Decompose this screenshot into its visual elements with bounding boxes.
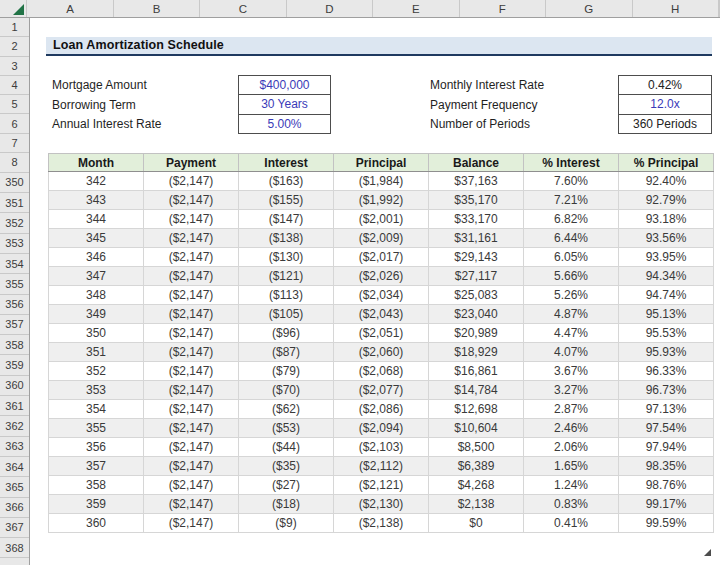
cell-balance[interactable]: $23,040: [429, 305, 524, 324]
cell-interest[interactable]: ($62): [239, 400, 334, 419]
cell-pct-interest[interactable]: 7.21%: [524, 191, 619, 210]
cell-pct-interest[interactable]: 2.46%: [524, 419, 619, 438]
cell-interest[interactable]: ($35): [239, 457, 334, 476]
input-value-cell[interactable]: 5.00%: [239, 114, 330, 133]
cell-month[interactable]: 347: [49, 267, 144, 286]
cell-principal[interactable]: ($2,051): [334, 324, 429, 343]
cell-month[interactable]: 359: [49, 495, 144, 514]
cell-principal[interactable]: ($2,130): [334, 495, 429, 514]
table-header-cell[interactable]: Payment: [144, 154, 239, 172]
cell-balance[interactable]: $29,143: [429, 248, 524, 267]
output-value-cell[interactable]: 0.42%: [619, 76, 711, 94]
cell-pct-interest[interactable]: 4.07%: [524, 343, 619, 362]
cell-pct-principal[interactable]: 96.73%: [619, 381, 714, 400]
cell-pct-principal[interactable]: 93.56%: [619, 229, 714, 248]
cell-pct-interest[interactable]: 7.60%: [524, 172, 619, 191]
cell-month[interactable]: 356: [49, 438, 144, 457]
cell-principal[interactable]: ($2,138): [334, 514, 429, 533]
row-header[interactable]: 364: [0, 457, 29, 477]
table-header-cell[interactable]: % Interest: [524, 154, 619, 172]
cell-payment[interactable]: ($2,147): [144, 362, 239, 381]
cell-interest[interactable]: ($18): [239, 495, 334, 514]
cell-pct-principal[interactable]: 93.95%: [619, 248, 714, 267]
cell-pct-interest[interactable]: 3.67%: [524, 362, 619, 381]
cell-pct-interest[interactable]: 3.27%: [524, 381, 619, 400]
cell-interest[interactable]: ($70): [239, 381, 334, 400]
cell-month[interactable]: 349: [49, 305, 144, 324]
cell-payment[interactable]: ($2,147): [144, 229, 239, 248]
cell-pct-interest[interactable]: 0.83%: [524, 495, 619, 514]
row-header[interactable]: 367: [0, 518, 29, 538]
cell-balance[interactable]: $14,784: [429, 381, 524, 400]
cell-interest[interactable]: ($155): [239, 191, 334, 210]
cell-principal[interactable]: ($2,103): [334, 438, 429, 457]
cell-balance[interactable]: $35,170: [429, 191, 524, 210]
cell-principal[interactable]: ($2,112): [334, 457, 429, 476]
cell-principal[interactable]: ($1,992): [334, 191, 429, 210]
input-value-cell[interactable]: $400,000: [239, 76, 330, 94]
cell-principal[interactable]: ($2,068): [334, 362, 429, 381]
cell-principal[interactable]: ($2,077): [334, 381, 429, 400]
cell-principal[interactable]: ($2,009): [334, 229, 429, 248]
row-header[interactable]: 359: [0, 355, 29, 375]
cell-balance[interactable]: $33,170: [429, 210, 524, 229]
cell-pct-interest[interactable]: 1.65%: [524, 457, 619, 476]
row-header[interactable]: 4: [0, 76, 29, 95]
cell-month[interactable]: 352: [49, 362, 144, 381]
cell-interest[interactable]: ($121): [239, 267, 334, 286]
cell-interest[interactable]: ($130): [239, 248, 334, 267]
row-header[interactable]: 351: [0, 193, 29, 213]
cell-month[interactable]: 346: [49, 248, 144, 267]
cell-payment[interactable]: ($2,147): [144, 305, 239, 324]
cell-month[interactable]: 358: [49, 476, 144, 495]
cell-interest[interactable]: ($163): [239, 172, 334, 191]
cell-pct-interest[interactable]: 2.87%: [524, 400, 619, 419]
cell-pct-interest[interactable]: 1.24%: [524, 476, 619, 495]
cell-payment[interactable]: ($2,147): [144, 343, 239, 362]
cell-balance[interactable]: $16,861: [429, 362, 524, 381]
cell-principal[interactable]: ($2,001): [334, 210, 429, 229]
cell-balance[interactable]: $2,138: [429, 495, 524, 514]
cell-payment[interactable]: ($2,147): [144, 514, 239, 533]
cell-pct-principal[interactable]: 96.33%: [619, 362, 714, 381]
cell-month[interactable]: 343: [49, 191, 144, 210]
cell-pct-principal[interactable]: 94.74%: [619, 286, 714, 305]
table-header-cell[interactable]: Balance: [429, 154, 524, 172]
cell-payment[interactable]: ($2,147): [144, 457, 239, 476]
cell-pct-principal[interactable]: 95.13%: [619, 305, 714, 324]
cell-principal[interactable]: ($2,043): [334, 305, 429, 324]
cell-payment[interactable]: ($2,147): [144, 381, 239, 400]
cell-principal[interactable]: ($2,121): [334, 476, 429, 495]
row-header[interactable]: 366: [0, 498, 29, 518]
row-header[interactable]: 355: [0, 274, 29, 294]
cell-month[interactable]: 357: [49, 457, 144, 476]
cell-month[interactable]: 355: [49, 419, 144, 438]
row-header[interactable]: 7: [0, 134, 29, 153]
row-header[interactable]: 5: [0, 95, 29, 114]
output-value-cell[interactable]: 360 Periods: [619, 114, 711, 133]
cell-month[interactable]: 351: [49, 343, 144, 362]
table-header-cell[interactable]: % Principal: [619, 154, 714, 172]
row-header[interactable]: 368: [0, 538, 29, 558]
cell-balance[interactable]: $10,604: [429, 419, 524, 438]
cell-interest[interactable]: ($105): [239, 305, 334, 324]
cell-month[interactable]: 344: [49, 210, 144, 229]
row-header[interactable]: 8: [0, 153, 29, 173]
cell-month[interactable]: 353: [49, 381, 144, 400]
cell-principal[interactable]: ($2,026): [334, 267, 429, 286]
cell-principal[interactable]: ($1,984): [334, 172, 429, 191]
cell-pct-principal[interactable]: 95.53%: [619, 324, 714, 343]
cell-month[interactable]: 360: [49, 514, 144, 533]
column-header[interactable]: G: [546, 0, 632, 17]
cell-payment[interactable]: ($2,147): [144, 438, 239, 457]
row-header[interactable]: 361: [0, 396, 29, 416]
cell-payment[interactable]: ($2,147): [144, 324, 239, 343]
row-header[interactable]: 353: [0, 234, 29, 254]
row-header[interactable]: 365: [0, 477, 29, 497]
cell-payment[interactable]: ($2,147): [144, 476, 239, 495]
cell-pct-principal[interactable]: 94.34%: [619, 267, 714, 286]
cell-principal[interactable]: ($2,086): [334, 400, 429, 419]
cell-pct-principal[interactable]: 97.13%: [619, 400, 714, 419]
cell-interest[interactable]: ($9): [239, 514, 334, 533]
cell-pct-interest[interactable]: 4.87%: [524, 305, 619, 324]
